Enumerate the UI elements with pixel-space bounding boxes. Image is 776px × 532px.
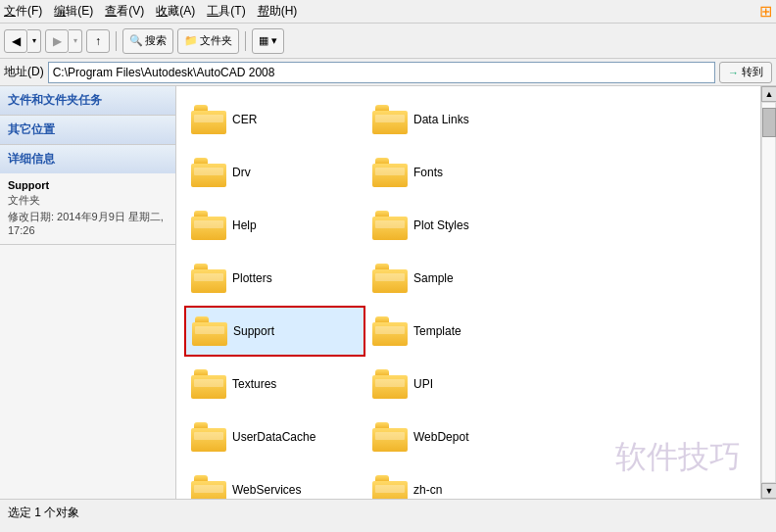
places-header[interactable]: 其它位置 <box>0 116 175 144</box>
folder-item-cer[interactable]: CER <box>184 94 365 145</box>
details-section: 详细信息 Support 文件夹 修改日期: 2014年9月9日 星期二, 17… <box>0 145 175 245</box>
go-button[interactable]: → 转到 <box>719 62 772 83</box>
folder-icon <box>372 105 408 134</box>
menu-tools[interactable]: 工具(T) <box>207 3 245 20</box>
toolbar: ◀ ▾ ▶ ▾ ↑ 🔍 搜索 📁 文件夹 ▦ ▾ <box>0 24 776 59</box>
folder-icon <box>372 316 408 346</box>
folder-item-textures[interactable]: Textures <box>184 359 365 410</box>
file-area: CER Data Links Drv Fonts Help <box>176 86 760 499</box>
folder-name: Help <box>232 218 257 232</box>
folder-item-drv[interactable]: Drv <box>184 147 365 198</box>
sidebar: 文件和文件夹任务 其它位置 详细信息 Support 文件夹 修改日期: 201… <box>0 86 176 499</box>
folder-item-upi[interactable]: UPI <box>365 359 547 410</box>
detail-kind: 文件夹 <box>8 193 168 208</box>
folder-name: CER <box>232 113 257 126</box>
sep2 <box>245 31 246 51</box>
main-area: 文件和文件夹任务 其它位置 详细信息 Support 文件夹 修改日期: 201… <box>0 86 776 499</box>
scrollbar-thumb[interactable] <box>762 108 776 137</box>
folder-item-fonts[interactable]: Fonts <box>365 147 547 198</box>
folder-item-sample[interactable]: Sample <box>365 253 547 304</box>
tasks-section: 文件和文件夹任务 <box>0 86 175 116</box>
view-button[interactable]: ▦ ▾ <box>252 28 284 54</box>
back-button[interactable]: ◀ <box>4 29 27 53</box>
folder-item-plotters[interactable]: Plotters <box>184 253 365 304</box>
folder-icon <box>191 105 226 134</box>
folder-item-template[interactable]: Template <box>365 306 547 357</box>
folder-icon <box>372 369 408 399</box>
menu-help[interactable]: 帮助(H) <box>258 3 298 20</box>
folder-name: Fonts <box>413 166 443 179</box>
folder-name: Sample <box>413 271 454 285</box>
folder-icon <box>372 475 408 499</box>
folder-name: WebDepot <box>413 430 468 444</box>
search-icon: 🔍 <box>129 34 143 47</box>
menu-view[interactable]: 查看(V) <box>105 3 144 20</box>
scroll-down-button[interactable]: ▼ <box>761 483 776 499</box>
folder-name: zh-cn <box>413 483 442 497</box>
folder-name: Drv <box>232 166 251 179</box>
detail-name: Support <box>8 179 168 191</box>
folder-icon <box>191 369 226 399</box>
folder-name: UPI <box>413 377 433 391</box>
folder-icon <box>191 211 226 240</box>
folder-item-userdatacache[interactable]: UserDataCache <box>184 411 365 462</box>
menu-favorites[interactable]: 收藏(A) <box>156 3 195 20</box>
go-arrow-icon: → <box>728 67 739 78</box>
windows-logo: ⊞ <box>759 2 772 21</box>
up-button[interactable]: ↑ <box>86 29 110 53</box>
menubar: 文件(F) 编辑(E) 查看(V) 收藏(A) 工具(T) 帮助(H) ⊞ <box>0 0 776 24</box>
menu-edit[interactable]: 编辑(E) <box>54 3 93 20</box>
folder-button[interactable]: 📁 文件夹 <box>177 28 239 54</box>
sep1 <box>116 31 117 51</box>
menu-file[interactable]: 文件(F) <box>4 3 42 20</box>
folder-item-data-links[interactable]: Data Links <box>365 94 547 145</box>
scrollbar-track[interactable] <box>761 102 776 483</box>
folder-icon <box>191 158 226 187</box>
folder-item-webdepot[interactable]: WebDepot <box>365 411 547 462</box>
folder-item-plot-styles[interactable]: Plot Styles <box>365 200 547 251</box>
forward-button[interactable]: ▶ <box>45 29 69 53</box>
addressbar: 地址(D) → 转到 <box>0 59 776 86</box>
folder-item-help[interactable]: Help <box>184 200 365 251</box>
detail-date: 修改日期: 2014年9月9日 星期二, 17:26 <box>8 210 168 236</box>
back-dropdown[interactable]: ▾ <box>27 29 41 53</box>
statusbar: 选定 1 个对象 <box>0 499 776 526</box>
folder-name: Plot Styles <box>413 218 469 232</box>
folder-name: Template <box>413 324 461 338</box>
search-button[interactable]: 🔍 搜索 <box>122 28 173 54</box>
address-input[interactable] <box>48 62 715 83</box>
folder-name: WebServices <box>232 483 301 497</box>
folder-icon <box>191 475 226 499</box>
folder-icon <box>191 422 226 452</box>
details-content: Support 文件夹 修改日期: 2014年9月9日 星期二, 17:26 <box>0 173 175 244</box>
details-header[interactable]: 详细信息 <box>0 145 175 173</box>
status-text: 选定 1 个对象 <box>8 505 79 521</box>
scrollbar-vertical: ▲ ▼ <box>760 86 776 499</box>
scroll-up-button[interactable]: ▲ <box>761 86 776 102</box>
folder-name: Textures <box>232 377 276 391</box>
tasks-header[interactable]: 文件和文件夹任务 <box>0 86 175 115</box>
folder-name: Data Links <box>413 113 469 126</box>
folder-name: UserDataCache <box>232 430 315 444</box>
folder-name: Support <box>233 324 274 338</box>
folder-icon-btn: 📁 <box>184 34 198 47</box>
places-section: 其它位置 <box>0 116 175 145</box>
folder-icon <box>191 264 226 293</box>
folder-icon <box>192 316 227 346</box>
folder-name: Plotters <box>232 271 272 285</box>
folder-icon <box>372 211 408 240</box>
folder-item-zh-cn[interactable]: zh-cn <box>365 464 547 499</box>
folder-icon <box>372 158 408 187</box>
folder-icon <box>372 264 408 293</box>
folder-item-support[interactable]: Support <box>184 306 365 357</box>
forward-dropdown[interactable]: ▾ <box>69 29 82 53</box>
folder-icon <box>372 422 408 452</box>
folder-item-webservices[interactable]: WebServices <box>184 464 365 499</box>
address-label: 地址(D) <box>4 64 44 80</box>
